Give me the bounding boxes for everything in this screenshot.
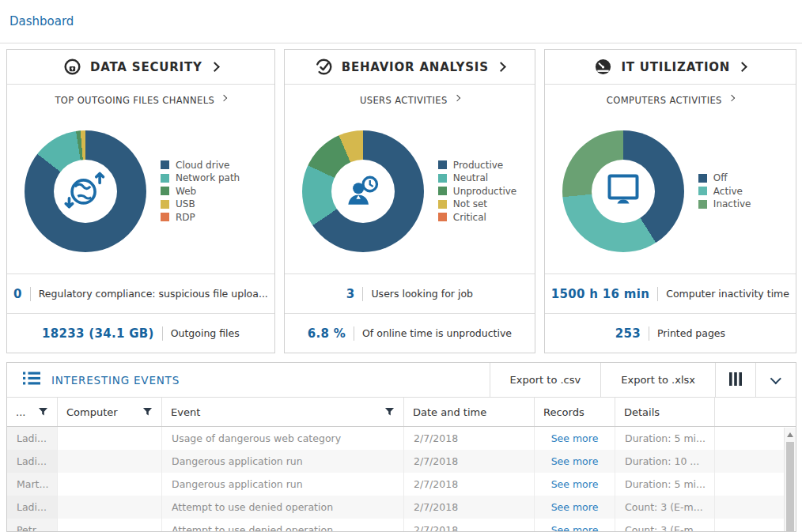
column-header-blank[interactable]: [715, 398, 796, 426]
legend-swatch: [161, 174, 169, 183]
chevron-right-icon: [737, 62, 747, 73]
table-row: Ladi...Usage of dangerous web category2/…: [7, 427, 796, 450]
column-label: Event: [171, 406, 200, 418]
legend-item: USB: [161, 198, 240, 209]
card-subtitle: USERS ACTIVITIES: [360, 95, 448, 106]
export-csv-button[interactable]: Export to .csv: [490, 363, 601, 397]
column-label: ...: [16, 406, 25, 418]
legend-label: RDP: [176, 212, 195, 223]
behavior-analysis-header[interactable]: BEHAVIOR ANALYSIS: [285, 50, 535, 85]
events-header-row: ...ComputerEventDate and timeRecordsDeta…: [7, 398, 796, 427]
see-more-link[interactable]: See more: [551, 524, 599, 532]
stat-row: 18233 (34.1 GB) Outgoing files: [7, 313, 274, 353]
events-header-bar: INTERESTING EVENTS Export to .csv Export…: [7, 363, 796, 398]
cell-event: Dangerous application run: [162, 473, 404, 496]
legend-item: Cloud drive: [161, 160, 240, 171]
donut-hole: [54, 160, 117, 223]
scrollbar-thumb[interactable]: [786, 442, 794, 531]
divider: [649, 326, 649, 341]
gauge-icon: [594, 58, 612, 76]
stat-label: Of online time is unproductive: [362, 327, 512, 339]
cell-date: 2/7/2018: [404, 496, 535, 519]
divider: [657, 287, 658, 301]
chart-legend: Cloud driveNetwork pathWebUSBRDP: [161, 157, 240, 224]
legend-label: Cloud drive: [176, 160, 229, 171]
legend-swatch: [698, 174, 707, 183]
legend-item: Productive: [438, 160, 516, 171]
cell-details: Count: 3 (E-m...: [615, 519, 715, 532]
stat-label: Computer inactivity time: [666, 288, 789, 300]
scroll-up-button[interactable]: [785, 428, 796, 441]
legend-swatch: [161, 187, 169, 195]
column-header-records[interactable]: Records: [535, 398, 615, 426]
table-row: Ladi...Dangerous application run2/7/2018…: [7, 450, 796, 473]
filter-icon[interactable]: [38, 407, 48, 417]
column-chooser-button[interactable]: [715, 363, 755, 397]
interesting-events-panel: INTERESTING EVENTS Export to .csv Export…: [6, 362, 796, 532]
column-header-computer[interactable]: Computer: [58, 398, 162, 426]
breadcrumb[interactable]: Dashboard: [9, 14, 74, 28]
cell-user: Ladi...: [7, 496, 58, 519]
filter-icon[interactable]: [142, 407, 153, 417]
users-activities-donut: [302, 130, 424, 252]
legend-swatch: [161, 160, 169, 169]
cell-records: See more: [535, 519, 615, 532]
column-header-date-and-time[interactable]: Date and time: [404, 398, 535, 426]
stat-value: 18233 (34.1 GB): [42, 326, 154, 341]
card-subtitle: TOP OUTGOING FILES CHANNELS: [55, 95, 214, 106]
cell-records: See more: [535, 427, 615, 450]
filter-icon[interactable]: [384, 407, 395, 417]
cell-details: Duration: 5 mi...: [615, 473, 715, 496]
column-label: Computer: [66, 406, 118, 418]
collapse-button[interactable]: [755, 363, 796, 397]
see-more-link[interactable]: See more: [551, 478, 599, 490]
donut-hole: [331, 160, 395, 223]
legend-item: Network path: [161, 172, 240, 183]
vertical-scrollbar[interactable]: [784, 428, 796, 531]
table-row: Ladi...Attempt to use denied operation2/…: [7, 496, 796, 519]
legend-item: Critical: [438, 212, 516, 223]
stat-label: Printed pages: [657, 327, 725, 339]
see-more-link[interactable]: See more: [551, 432, 599, 444]
card-data-security: DATA SECURITY TOP OUTGOING FILES CHANNEL…: [6, 49, 275, 353]
cell-user: Mart...: [7, 473, 58, 496]
summary-cards: DATA SECURITY TOP OUTGOING FILES CHANNEL…: [0, 43, 802, 353]
see-more-link[interactable]: See more: [551, 501, 599, 513]
stat-row: 6.8 % Of online time is unproductive: [285, 313, 535, 353]
data-security-header[interactable]: DATA SECURITY: [7, 50, 274, 85]
users-activities-link[interactable]: USERS ACTIVITIES: [285, 85, 535, 108]
column-label: Date and time: [413, 406, 486, 418]
stat-value: 0: [13, 287, 22, 301]
columns-icon: [728, 372, 743, 388]
see-more-link[interactable]: See more: [551, 455, 599, 467]
legend-item: Active: [698, 186, 751, 197]
top-outgoing-files-link[interactable]: TOP OUTGOING FILES CHANNELS: [7, 85, 274, 108]
column-header-blank[interactable]: ...: [7, 398, 58, 426]
stat-value: 1500 h 16 min: [551, 287, 649, 301]
card-title: IT UTILIZATION: [621, 60, 730, 74]
it-utilization-header[interactable]: IT UTILIZATION: [545, 50, 796, 85]
column-header-details[interactable]: Details: [615, 398, 715, 426]
computers-activities-link[interactable]: COMPUTERS ACTIVITIES: [545, 85, 796, 108]
stat-label: Regulatory compliance: suspicious file u…: [39, 288, 268, 300]
computers-activities-donut: [562, 130, 684, 252]
column-header-event[interactable]: Event: [162, 398, 404, 426]
lock-circle-icon: [63, 58, 81, 76]
legend-label: Not set: [453, 198, 487, 209]
legend-item: Inactive: [698, 198, 751, 209]
table-row: Mart...Dangerous application run2/7/2018…: [7, 473, 796, 496]
chevron-down-icon: [770, 373, 781, 384]
legend-swatch: [438, 187, 447, 195]
card-title: BEHAVIOR ANALYSIS: [342, 60, 489, 74]
legend-swatch: [161, 213, 169, 221]
column-label: Details: [624, 406, 660, 418]
legend-item: Not set: [438, 198, 516, 209]
export-xlsx-button[interactable]: Export to .xlsx: [600, 363, 715, 397]
legend-swatch: [438, 174, 447, 183]
divider: [30, 287, 31, 301]
legend-swatch: [438, 213, 447, 221]
stat-value: 6.8 %: [308, 326, 346, 341]
top-bar: Dashboard: [0, 0, 802, 43]
legend-label: Neutral: [453, 172, 488, 183]
cell-user: Ladi...: [7, 450, 58, 473]
